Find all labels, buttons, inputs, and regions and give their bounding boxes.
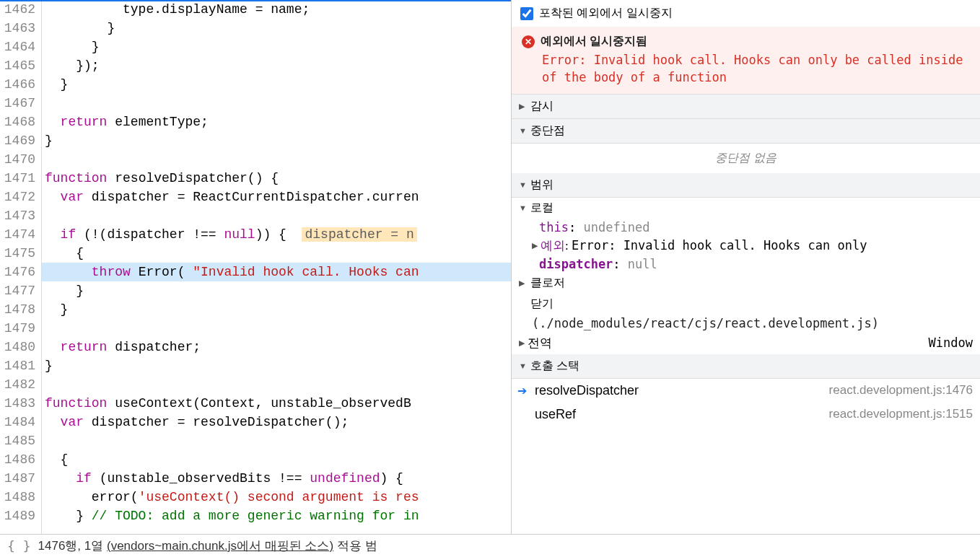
- code-line[interactable]: {: [42, 450, 511, 469]
- code-line[interactable]: }: [42, 19, 511, 38]
- code-line[interactable]: return elementType;: [42, 113, 511, 131]
- line-number-gutter[interactable]: 1462146314641465146614671468146914701471…: [0, 0, 42, 534]
- scope-section-header[interactable]: ▼ 범위: [512, 173, 980, 198]
- line-number[interactable]: 1463: [3, 19, 35, 38]
- pause-on-caught-checkbox[interactable]: [520, 7, 533, 20]
- code-line[interactable]: [42, 94, 511, 113]
- code-line[interactable]: var dispatcher = resolveDispatcher();: [42, 413, 511, 431]
- code-line[interactable]: });: [42, 56, 511, 75]
- code-line[interactable]: return dispatcher;: [42, 338, 511, 356]
- code-line[interactable]: if (unstable_observedBits !== undefined)…: [42, 469, 511, 488]
- pretty-print-icon[interactable]: { }: [7, 538, 31, 553]
- line-number[interactable]: 1464: [3, 38, 35, 56]
- code-line[interactable]: }: [42, 281, 511, 300]
- line-number[interactable]: 1465: [3, 56, 35, 75]
- callstack-location: react.development.js:1515: [829, 407, 973, 421]
- line-number[interactable]: 1482: [3, 375, 35, 394]
- line-number[interactable]: 1477: [3, 281, 35, 300]
- closure2-path: (./node_modules/react/cjs/react.developm…: [512, 315, 980, 332]
- collapse-icon: ▼: [519, 203, 528, 212]
- exception-message: Error: Invalid hook call. Hooks can only…: [522, 52, 970, 87]
- line-number[interactable]: 1471: [3, 169, 35, 188]
- code-line[interactable]: } // TODO: add a more generic warning fo…: [42, 506, 511, 525]
- debugger-sidebar[interactable]: 포착된 예외에서 일시중지 ✕ 예외에서 일시중지됨 Error: Invali…: [511, 0, 980, 534]
- callstack-function: useRef: [519, 407, 576, 422]
- prop-key-dispatcher: dispatcher: [539, 257, 613, 271]
- global-label: 전역: [528, 335, 552, 351]
- line-number[interactable]: 1488: [3, 488, 35, 506]
- line-number[interactable]: 1473: [3, 206, 35, 225]
- source-code-panel[interactable]: 1462146314641465146614671468146914701471…: [0, 0, 511, 534]
- line-number[interactable]: 1467: [3, 94, 35, 113]
- code-line[interactable]: if (!(dispatcher !== null)) { dispatcher…: [42, 225, 511, 244]
- scope-closure-header[interactable]: ▶ 클로저: [512, 273, 980, 294]
- code-line[interactable]: [42, 375, 511, 394]
- line-number[interactable]: 1479: [3, 319, 35, 338]
- line-number[interactable]: 1474: [3, 225, 35, 244]
- collapse-icon: ▼: [519, 361, 528, 370]
- code-line[interactable]: throw Error( "Invalid hook call. Hooks c…: [42, 263, 511, 281]
- code-line[interactable]: [42, 150, 511, 169]
- scope-global-row[interactable]: ▶ 전역 Window: [512, 332, 980, 354]
- line-number[interactable]: 1489: [3, 506, 35, 525]
- collapse-icon: ▼: [519, 180, 528, 189]
- code-line[interactable]: }: [42, 75, 511, 94]
- scope-closure2-header[interactable]: 닫기: [512, 294, 980, 315]
- scope-local-header[interactable]: ▼ 로컬: [512, 198, 980, 219]
- breakpoints-label: 중단점: [530, 123, 565, 139]
- line-number[interactable]: 1472: [3, 188, 35, 206]
- line-number[interactable]: 1470: [3, 150, 35, 169]
- prop-key-exception: 예외: [541, 238, 565, 253]
- prop-val-this: undefined: [583, 220, 649, 234]
- line-number[interactable]: 1478: [3, 300, 35, 319]
- line-number[interactable]: 1487: [3, 469, 35, 488]
- line-number[interactable]: 1483: [3, 394, 35, 413]
- scope-this-row[interactable]: this: undefined: [512, 219, 980, 236]
- line-number[interactable]: 1468: [3, 113, 35, 131]
- line-number[interactable]: 1485: [3, 431, 35, 450]
- callstack-label: 호출 스택: [530, 359, 579, 374]
- callstack-section-header[interactable]: ▼ 호출 스택: [512, 354, 980, 379]
- scope-dispatcher-row[interactable]: dispatcher: null: [512, 255, 980, 273]
- code-line[interactable]: [42, 319, 511, 338]
- global-value: Window: [929, 335, 973, 350]
- code-line[interactable]: }: [42, 38, 511, 56]
- status-bar: { } 1476행, 1열 (vendors~main.chunk.js에서 매…: [0, 534, 980, 557]
- code-content[interactable]: type.displayName = name; } } }); } retur…: [42, 0, 511, 534]
- scope-label: 범위: [530, 177, 554, 193]
- callstack-location: react.development.js:1476: [829, 383, 973, 398]
- line-number[interactable]: 1481: [3, 356, 35, 375]
- pause-on-caught-exceptions-row[interactable]: 포착된 예외에서 일시중지: [512, 0, 980, 27]
- code-line[interactable]: [42, 206, 511, 225]
- prop-val-exception: Error: Invalid hook call. Hooks can only: [572, 238, 867, 253]
- line-number[interactable]: 1469: [3, 131, 35, 150]
- code-line[interactable]: error('useContext() second argument is r…: [42, 488, 511, 506]
- code-line[interactable]: }: [42, 356, 511, 375]
- watch-section-header[interactable]: ▶ 감시: [512, 95, 980, 119]
- breakpoints-section-header[interactable]: ▼ 중단점: [512, 119, 980, 144]
- callstack-frame[interactable]: useRefreact.development.js:1515: [512, 403, 980, 426]
- expand-icon: ▶: [519, 102, 528, 111]
- line-number[interactable]: 1466: [3, 75, 35, 94]
- collapse-icon: ▼: [519, 126, 528, 135]
- code-line[interactable]: }: [42, 300, 511, 319]
- code-line[interactable]: var dispatcher = ReactCurrentDispatcher.…: [42, 188, 511, 206]
- code-line[interactable]: function useContext(Context, unstable_ob…: [42, 394, 511, 413]
- code-line[interactable]: {: [42, 244, 511, 263]
- error-icon: ✕: [522, 35, 535, 48]
- expand-icon: ▶: [519, 278, 528, 288]
- code-line[interactable]: type.displayName = name;: [42, 0, 511, 19]
- line-number[interactable]: 1480: [3, 338, 35, 356]
- expand-icon: ▶: [532, 241, 538, 250]
- code-line[interactable]: }: [42, 131, 511, 150]
- code-line[interactable]: function resolveDispatcher() {: [42, 169, 511, 188]
- line-number[interactable]: 1475: [3, 244, 35, 263]
- callstack-frame[interactable]: ➔resolveDispatcherreact.development.js:1…: [512, 379, 980, 403]
- line-number[interactable]: 1486: [3, 450, 35, 469]
- scope-exception-row[interactable]: ▶ 예외: Error: Invalid hook call. Hooks ca…: [512, 236, 980, 255]
- local-label: 로컬: [530, 201, 554, 216]
- line-number[interactable]: 1462: [3, 0, 35, 19]
- line-number[interactable]: 1484: [3, 413, 35, 431]
- line-number[interactable]: 1476: [3, 263, 35, 281]
- code-line[interactable]: [42, 431, 511, 450]
